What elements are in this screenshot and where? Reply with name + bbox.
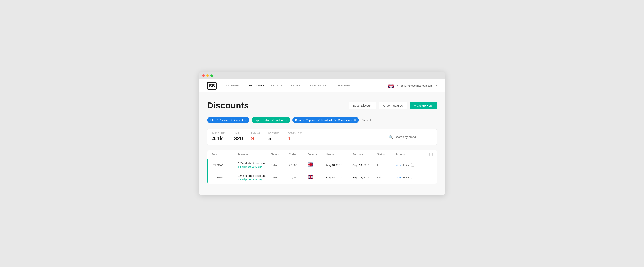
stat-discounts: DISCOUNTS 4.1k: [212, 132, 226, 142]
order-featured-button[interactable]: Order Featured: [379, 102, 407, 109]
nav-item-venues[interactable]: VENUES: [289, 84, 300, 88]
th-brand: Brand ↕: [212, 153, 238, 156]
table-row: TOPMAN 15% student discount on full pric…: [208, 159, 437, 171]
th-end-date: End date ↕: [353, 153, 377, 156]
filter-title-close[interactable]: ✕: [244, 119, 246, 122]
edit-chevron-icon: ▾: [408, 163, 410, 167]
codes-cell: 20,000: [289, 176, 308, 179]
flag-dropdown-chevron[interactable]: ▾: [397, 85, 398, 87]
th-checkbox: [422, 153, 433, 156]
stat-live-value: 320: [234, 135, 243, 142]
brand-logo: TOPMAN: [212, 175, 226, 180]
nav-item-discounts[interactable]: DISCOUNTS: [248, 84, 264, 88]
stat-codes-low-label: CODES LOW: [288, 132, 302, 135]
filter-tag-type: Type: Online ✕ Instore ✕: [252, 117, 290, 123]
th-codes: Codes ↕: [289, 153, 308, 156]
actions-cell: View Edit ▾: [396, 163, 422, 167]
sort-codes-icon[interactable]: ↕: [297, 153, 298, 156]
sort-class-icon[interactable]: ↕: [278, 153, 279, 156]
sort-country-icon[interactable]: ↕: [318, 153, 319, 156]
nav-item-overview[interactable]: OVERVIEW: [226, 84, 241, 88]
filter-brand-topman: Topman: [306, 119, 316, 122]
th-live-on: Live on ↕: [326, 153, 353, 156]
brand-cell: TOPMAN: [212, 175, 238, 180]
sort-live-on-icon[interactable]: ↕: [336, 153, 336, 156]
sort-brand-icon[interactable]: ↕: [219, 153, 220, 156]
filter-newlook-close[interactable]: ✕: [334, 119, 336, 122]
end-date-cell: Sept 18, 2016: [353, 176, 377, 179]
nav-right: ▾ chris@thebeansgroup.com ▾: [388, 84, 437, 88]
stat-live: LIVE 320: [234, 132, 243, 142]
search-area: 🔍: [389, 135, 432, 139]
boost-discount-button[interactable]: Boost Discount: [348, 102, 376, 109]
stat-boosted-value: 5: [268, 135, 280, 142]
user-dropdown-chevron[interactable]: ▾: [436, 85, 437, 87]
brand-logo: TOPMAN: [212, 163, 226, 167]
header-actions: Boost Discount Order Featured + Create N…: [348, 102, 437, 109]
status-cell: Live: [377, 163, 396, 167]
filter-riverisland-close[interactable]: ✕: [354, 119, 356, 122]
navbar: SB OVERVIEW DISCOUNTS BRANDS VENUES COLL…: [199, 79, 445, 92]
nav-links: OVERVIEW DISCOUNTS BRANDS VENUES COLLECT…: [226, 84, 388, 88]
th-class: Class ↕: [270, 153, 289, 156]
view-button[interactable]: View: [396, 176, 402, 179]
nav-item-categories[interactable]: CATEGORIES: [333, 84, 350, 88]
discounts-table: Brand ↕ Discount ↕ Class ↕ Codes ↕: [207, 150, 437, 184]
nav-item-brands[interactable]: BRANDS: [271, 84, 282, 88]
sort-end-date-icon[interactable]: ↕: [364, 153, 365, 156]
discount-cell: 15% student discount on full price items…: [238, 174, 270, 181]
class-cell: Online: [270, 163, 289, 167]
main-content: Discounts Boost Discount Order Featured …: [199, 92, 445, 195]
row-checkbox[interactable]: [411, 176, 414, 179]
edit-button[interactable]: Edit ▾: [403, 163, 409, 167]
select-all-checkbox[interactable]: [430, 153, 433, 156]
dot-red: [202, 74, 205, 77]
page-header: Discounts Boost Discount Order Featured …: [207, 101, 437, 111]
country-flag-icon: [308, 175, 313, 179]
filter-tag-brands: Brands: Topman ✕ Newlook ✕ Riverisland ✕: [292, 117, 359, 123]
stat-discounts-label: DISCOUNTS: [212, 132, 226, 135]
status-cell: Live: [377, 176, 396, 179]
live-on-cell: Aug 18, 2016: [326, 163, 353, 167]
page-title: Discounts: [207, 101, 249, 111]
stat-boosted-label: BOOSTED: [268, 132, 280, 135]
dot-green: [210, 74, 213, 77]
filter-brands-prefix: Brands:: [295, 119, 304, 122]
row-accent-bar: [208, 171, 208, 184]
discount-cell: 15% student discount on full price items…: [238, 162, 270, 168]
filter-brand-riverisland: Riverisland: [338, 119, 352, 122]
clear-all-button[interactable]: Clear all: [362, 119, 372, 122]
stat-boosted: BOOSTED 5: [268, 132, 280, 142]
sort-status-icon[interactable]: ↕: [386, 153, 386, 156]
create-new-button[interactable]: + Create New: [410, 102, 437, 109]
country-flag-icon: [308, 162, 313, 167]
filter-online-close[interactable]: ✕: [272, 119, 274, 122]
search-input[interactable]: [395, 135, 432, 139]
filter-brand-newlook: Newlook: [322, 119, 332, 122]
stat-ending-label: ENDING: [251, 132, 260, 135]
row-checkbox[interactable]: [411, 163, 414, 167]
edit-chevron-icon: ▾: [408, 176, 410, 179]
table-header: Brand ↕ Discount ↕ Class ↕ Codes ↕: [208, 150, 437, 159]
search-icon: 🔍: [389, 135, 393, 139]
stat-codes-low-value: 1: [288, 135, 302, 142]
stats-row: DISCOUNTS 4.1k LIVE 320 ENDING 9 BOOSTED…: [207, 129, 437, 145]
view-button[interactable]: View: [396, 163, 402, 167]
brand-cell: TOPMAN: [212, 163, 238, 167]
nav-item-collections[interactable]: COLLECTIONS: [307, 84, 326, 88]
filter-type-instore: Instore: [276, 119, 284, 122]
country-cell: [308, 162, 326, 167]
filter-bar: Title: 15% student discount ✕ Type: Onli…: [207, 117, 437, 123]
user-email[interactable]: chris@thebeansgroup.com: [401, 84, 433, 87]
stat-ending-value: 9: [251, 135, 260, 142]
sort-discount-icon[interactable]: ↕: [250, 153, 250, 156]
app-container: SB OVERVIEW DISCOUNTS BRANDS VENUES COLL…: [199, 79, 445, 195]
actions-cell: View Edit ▾: [396, 176, 422, 179]
country-cell: [308, 175, 326, 180]
filter-topman-close[interactable]: ✕: [318, 119, 320, 122]
row-accent-bar: [208, 159, 208, 171]
discount-title: 15% student discount: [238, 162, 270, 165]
browser-window: SB OVERVIEW DISCOUNTS BRANDS VENUES COLL…: [199, 72, 445, 195]
edit-button[interactable]: Edit ▾: [403, 176, 409, 179]
filter-instore-close[interactable]: ✕: [286, 119, 288, 122]
